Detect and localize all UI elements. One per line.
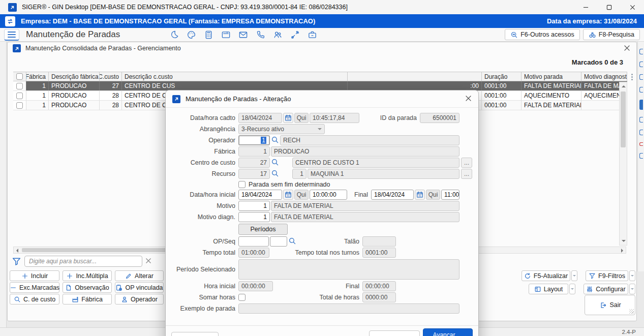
layout-dropdown[interactable] [569,284,575,294]
recurso-more-button[interactable]: ... [461,169,472,179]
select-all-checkbox[interactable] [13,72,26,81]
moon-icon[interactable] [169,30,179,40]
dock-icon-fragment[interactable] [639,142,643,146]
scroll-right-icon[interactable] [621,249,623,253]
motivo-diagn-code-input[interactable]: 1 [238,212,270,222]
dock-icon-fragment[interactable] [639,130,643,135]
c-de-custo-button[interactable]: C. de custo [10,294,59,304]
observacao-button[interactable]: Observação [63,282,112,293]
search-icon[interactable] [271,136,279,145]
inner-close-icon[interactable] [624,45,630,53]
col-desc-fabrica[interactable]: Descrição fábrica [49,72,100,81]
palette-icon[interactable] [187,30,196,40]
somar-horas-checkbox[interactable] [238,294,246,301]
dock-icon-fragment[interactable] [639,49,643,54]
dock-icon-fragment[interactable] [639,87,643,93]
atualizar-dropdown[interactable] [571,270,577,281]
row-checkbox[interactable] [13,91,26,100]
final-date-input[interactable]: 18/04/2024 [371,190,414,200]
dock-icon-fragment[interactable] [639,100,643,110]
column-options-icon[interactable] [629,73,635,81]
marked-counter: Marcados 0 de 3 [572,58,623,66]
tempo-total-field: 01:00:00 [238,248,269,258]
calculator-icon[interactable] [204,30,213,40]
vertical-scroll-thumb[interactable] [621,91,626,147]
col-desc-ccusto[interactable]: Descrição c.custo [122,72,348,81]
op-input[interactable] [238,236,269,247]
dock-icon-fragment[interactable] [639,62,643,67]
op-vinculada-button[interactable]: OP vinculada [115,282,164,293]
recurso-name-field: MAQUINA 1 [308,169,459,179]
dock-icon-fragment[interactable] [639,74,643,80]
filter-funnel-icon[interactable] [12,257,21,266]
alterar-button[interactable]: Alterar [115,270,164,281]
menu-hamburger-icon[interactable] [4,29,19,41]
briefcase-icon[interactable] [308,30,317,40]
vertical-scrollbar[interactable] [619,82,627,246]
col-motivo-diag[interactable]: Motivo diagnostica [581,72,627,81]
factory-icon [72,296,79,303]
motivo-code-input[interactable]: 1 [238,201,270,211]
final-time-input[interactable]: 11:00:00 [441,190,459,200]
col-motivo-parada[interactable]: Motivo parada [522,72,581,81]
centro-custo-more-button[interactable]: ... [461,158,472,168]
right-buttons-row-2: Layout Configurar [529,284,635,294]
exc-marcadas-button[interactable]: Exc.Marcadas [10,282,59,293]
inicial-date-input[interactable]: 18/04/2024 [238,190,282,200]
incluir-button[interactable]: Incluir [10,270,59,281]
inicial-dow-field: Qui [294,190,309,200]
company-switch-icon[interactable] [5,16,15,26]
operador-code-input[interactable]: 1 [238,135,270,145]
f8-pesquisa-button[interactable]: F8-Pesquisa [583,29,640,40]
clear-search-icon[interactable] [145,258,151,265]
dialog-close-icon[interactable] [465,95,472,103]
col-duracao[interactable]: Duração [482,72,522,81]
row-checkbox[interactable] [13,101,26,110]
resize-grip[interactable] [629,309,634,314]
search-icon[interactable] [288,237,296,247]
users-icon[interactable] [273,30,283,40]
inc-multipla-button[interactable]: Inc.Múltipla [63,270,112,281]
f6-outros-acessos-button[interactable]: F6-Outros acessos [505,29,580,40]
dock-icon-fragment[interactable] [639,117,643,123]
observacoes-button[interactable]: Observações [171,332,219,336]
row-checkbox[interactable] [13,81,26,90]
sair-button[interactable]: Sair [599,301,621,309]
minimize-button[interactable] [574,0,597,14]
cancelar-button[interactable]: Cancelar [369,330,420,336]
periodos-button[interactable]: Períodos [238,224,288,235]
search-icon[interactable] [271,158,279,168]
scroll-left-icon[interactable] [16,249,18,253]
inicial-time-input[interactable]: 10:00:00 [310,190,347,200]
sem-fim-checkbox[interactable] [238,181,246,188]
col-ccusto[interactable]: C.custo [100,72,122,81]
scroll-up-icon[interactable] [622,85,626,87]
dock-icon-fragment[interactable] [639,153,643,159]
inner-window-titlebar: Manutenção Consolidada de Paradas - Gere… [8,42,636,54]
calendar-icon[interactable] [283,113,293,123]
seq-input[interactable] [270,236,287,247]
col-hidden[interactable] [348,72,482,81]
calendar-icon[interactable] [415,190,425,200]
avancar-button[interactable]: Avançar(page down) [423,328,473,336]
search-icon[interactable] [271,169,279,179]
filtros-dropdown[interactable] [629,270,635,281]
operador-button[interactable]: Operador [115,294,164,304]
maximize-button[interactable] [597,0,621,14]
calendar-icon[interactable] [283,190,293,200]
layout-button[interactable]: Layout [529,284,568,294]
configurar-button[interactable]: Configurar [584,284,628,294]
f5-atualizar-button[interactable]: F5-Atualizar [522,270,570,281]
f9-filtros-button[interactable]: F9-Filtros [586,270,628,281]
horizontal-scroll-thumb[interactable] [22,248,174,252]
tools-icon[interactable] [290,30,300,40]
scroll-down-icon[interactable] [622,240,626,242]
phone-icon[interactable] [256,30,265,40]
mail-icon[interactable] [238,30,248,40]
col-fabrica[interactable]: Fábrica [26,72,49,81]
fabrica-button[interactable]: Fábrica [63,294,112,304]
configurar-dropdown[interactable] [629,284,635,294]
search-input[interactable] [24,256,142,267]
close-button[interactable] [621,0,644,14]
panel-icon[interactable] [221,30,231,40]
